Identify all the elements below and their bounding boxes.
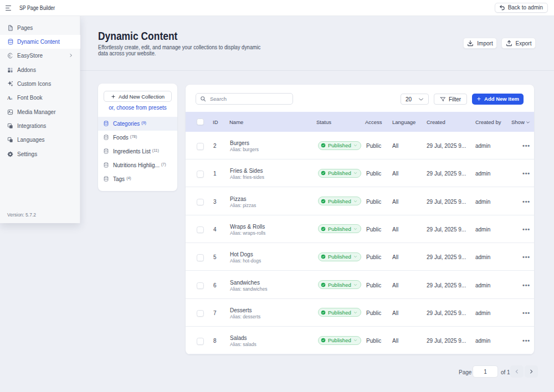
svg-text:a: a bbox=[11, 96, 12, 100]
